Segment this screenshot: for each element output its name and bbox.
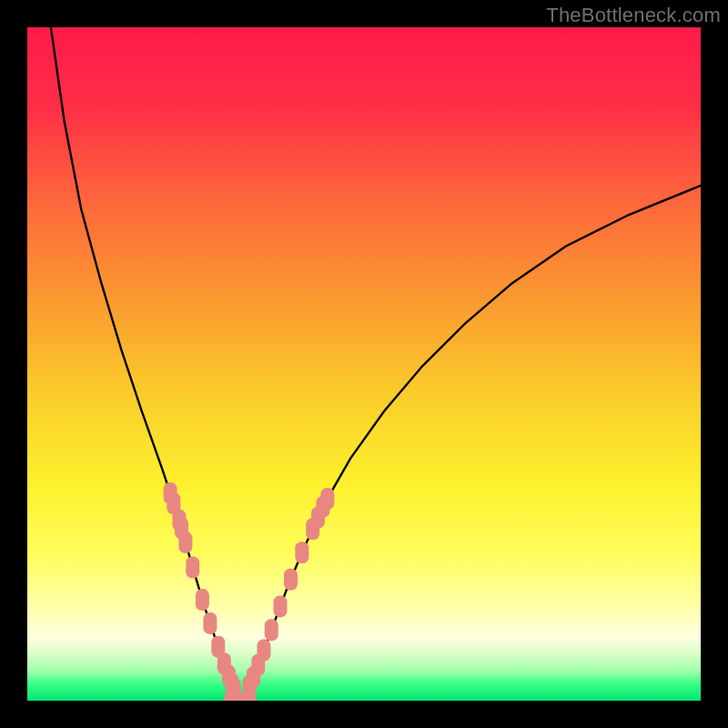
curve-layer: [27, 27, 701, 701]
data-lozenge: [284, 569, 298, 591]
plot-area: [27, 27, 701, 701]
data-lozenge: [320, 488, 334, 510]
curve-right-branch: [240, 186, 701, 700]
data-lozenge: [295, 541, 308, 563]
data-lozenge: [257, 640, 270, 662]
data-lozenge: [273, 595, 287, 617]
watermark-text: TheBottleneck.com: [546, 4, 721, 27]
data-lozenge: [186, 556, 199, 578]
curve-left-branch: [51, 27, 240, 700]
chart-stage: TheBottleneck.com: [0, 0, 728, 728]
data-lozenge: [203, 612, 217, 634]
data-lozenge: [196, 589, 209, 611]
data-lozenge: [224, 693, 257, 701]
data-lozenge: [265, 619, 278, 641]
data-lozenge: [178, 531, 192, 553]
